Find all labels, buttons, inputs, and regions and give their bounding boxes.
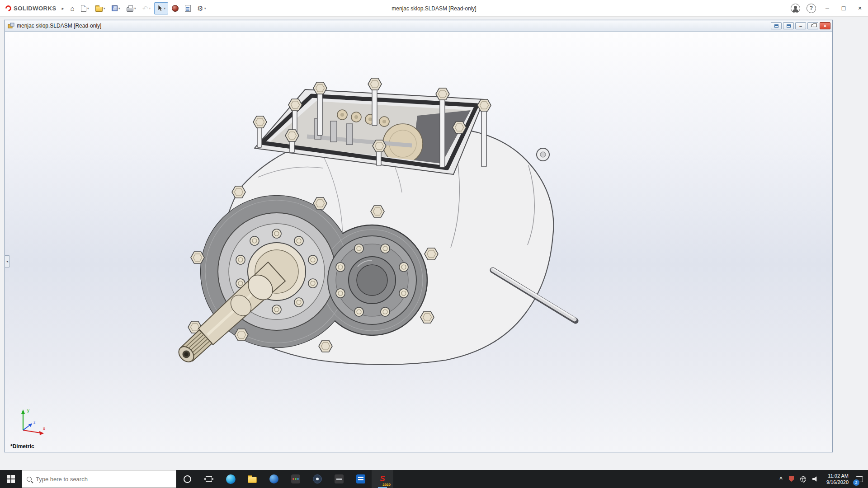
x-axis-label: x: [43, 426, 45, 431]
doc-minimize-button[interactable]: –: [795, 22, 806, 29]
document-titlebar[interactable]: menjac sklop.SLDASM [Read-only] – ×: [5, 20, 832, 32]
search-input[interactable]: [36, 476, 158, 483]
solidworks-logo: SOLIDWORKS: [0, 5, 61, 12]
chevron-down-icon: ▾: [134, 6, 136, 10]
home-button[interactable]: ⌂: [68, 2, 77, 14]
speaker-icon: [812, 476, 819, 482]
tray-volume-button[interactable]: [809, 470, 822, 488]
save-button[interactable]: ▾: [109, 2, 123, 14]
maximize-button[interactable]: □: [835, 0, 852, 16]
windows-taskbar: S 2020 ^ 11:02 AM 9/16/2020 2: [0, 470, 868, 488]
windows-logo-icon: [7, 475, 15, 483]
chevron-down-icon: ▾: [149, 6, 151, 10]
home-icon: ⌂: [71, 5, 75, 12]
show-hidden-icons-button[interactable]: ^: [776, 470, 786, 488]
chevron-down-icon: ▾: [104, 6, 105, 10]
help-button[interactable]: ?: [807, 4, 816, 13]
cortana-button[interactable]: [176, 470, 198, 488]
undo-button[interactable]: ↶▾: [140, 2, 154, 14]
print-button[interactable]: ▾: [124, 2, 139, 14]
z-axis-label: z: [33, 420, 36, 425]
undo-icon: ↶: [142, 5, 148, 12]
user-icon: [794, 6, 797, 9]
doc-restore-button[interactable]: [807, 22, 818, 29]
gearbox-assembly-model[interactable]: [5, 32, 832, 452]
blue-tile-app-icon: [356, 474, 365, 483]
open-folder-icon: [95, 7, 103, 12]
gear-icon: ⚙: [197, 5, 203, 12]
print-icon: [127, 7, 133, 12]
document-window: menjac sklop.SLDASM [Read-only] – ×: [5, 20, 833, 452]
taskbar-app-dark-circle[interactable]: [307, 470, 328, 488]
task-view-button[interactable]: [198, 470, 220, 488]
cortana-icon: [184, 475, 191, 483]
action-center-button[interactable]: 2: [853, 470, 866, 488]
select-cursor-icon: [157, 5, 163, 12]
new-document-icon: [81, 5, 86, 12]
solidworks-taskbar-icon: S: [380, 474, 385, 483]
titlebar-right-controls: ? – □ ×: [788, 0, 868, 16]
network-globe-icon: [800, 476, 806, 482]
doc-window-option-button-2[interactable]: [783, 22, 794, 29]
tray-antivirus-button[interactable]: [786, 470, 797, 488]
task-view-icon: [206, 476, 212, 482]
list-icon: [185, 5, 191, 12]
dark-circle-app-icon: [313, 474, 322, 483]
doc-close-button[interactable]: ×: [820, 22, 830, 29]
select-tool-button[interactable]: ▾: [154, 2, 168, 14]
y-axis-arrow: [21, 409, 25, 414]
start-button[interactable]: [0, 470, 22, 488]
graphics-viewport[interactable]: y x z *Dimetric ◂: [5, 32, 832, 452]
chevron-down-icon: ▾: [164, 6, 165, 10]
x-axis-arrow: [39, 431, 44, 435]
view-orientation-label: *Dimetric: [10, 443, 34, 450]
taskbar-icon-solidworks[interactable]: S 2020: [372, 470, 393, 488]
tray-network-button[interactable]: [797, 470, 809, 488]
window-icon: [774, 24, 778, 28]
toolbar-flyout-icon[interactable]: ▸: [61, 6, 68, 11]
quick-access-toolbar: ⌂ ▾ ▾ ▾ ▾ ↶▾ ▾ ⚙▾: [68, 2, 209, 14]
task-list-button[interactable]: [182, 2, 193, 14]
taskbar-icon-file-explorer[interactable]: [241, 470, 263, 488]
file-explorer-icon: [248, 477, 257, 483]
user-account-button[interactable]: [791, 4, 800, 13]
close-button[interactable]: ×: [852, 0, 868, 16]
search-icon: [27, 477, 32, 482]
solidworks-brand-text: SOLIDWORKS: [14, 5, 57, 12]
doc-window-option-button-1[interactable]: [771, 22, 782, 29]
restore-icon: [811, 24, 815, 27]
chevron-down-icon: ▾: [87, 6, 89, 10]
help-icon: ?: [810, 5, 813, 11]
new-document-button[interactable]: ▾: [78, 2, 92, 14]
chevron-down-icon: ▾: [118, 6, 120, 10]
secondary-flange[interactable]: [328, 236, 416, 324]
taskbar-app-colored[interactable]: [285, 470, 307, 488]
round-blue-app-icon: [269, 474, 278, 483]
chevron-down-icon: ▾: [204, 6, 206, 10]
clock-time: 11:02 AM: [828, 473, 849, 479]
app-titlebar: SOLIDWORKS ▸ ⌂ ▾ ▾ ▾ ▾ ↶▾ ▾ ⚙▾ menjac sk…: [0, 0, 868, 17]
options-button[interactable]: ⚙▾: [194, 2, 208, 14]
orientation-triad: y x z: [15, 405, 50, 438]
taskbar-app-dark-square[interactable]: [328, 470, 350, 488]
red-sphere-icon: [172, 5, 179, 12]
notification-badge: 2: [853, 479, 859, 486]
window-icon: [787, 24, 791, 28]
solidworks-logo-icon: [4, 4, 12, 12]
taskbar-clock[interactable]: 11:02 AM 9/16/2020: [822, 473, 853, 485]
tray-caret-icon: ^: [779, 476, 783, 482]
appearance-sphere-button[interactable]: [169, 2, 181, 14]
taskbar-icon-edge[interactable]: [220, 470, 241, 488]
document-window-controls: – ×: [769, 22, 830, 29]
taskbar-app-blue-tile[interactable]: [350, 470, 372, 488]
save-icon: [112, 5, 118, 11]
y-axis-label: y: [27, 408, 29, 413]
minimize-button[interactable]: –: [819, 0, 835, 16]
assembly-document-icon: [8, 23, 14, 29]
system-tray: ^ 11:02 AM 9/16/2020 2: [776, 470, 868, 488]
taskbar-search[interactable]: [22, 470, 176, 488]
feature-tree-collapse-tab[interactable]: ◂: [5, 255, 10, 267]
taskbar-app-round-blue[interactable]: [263, 470, 285, 488]
shield-icon: [789, 476, 794, 482]
open-button[interactable]: ▾: [93, 2, 108, 14]
